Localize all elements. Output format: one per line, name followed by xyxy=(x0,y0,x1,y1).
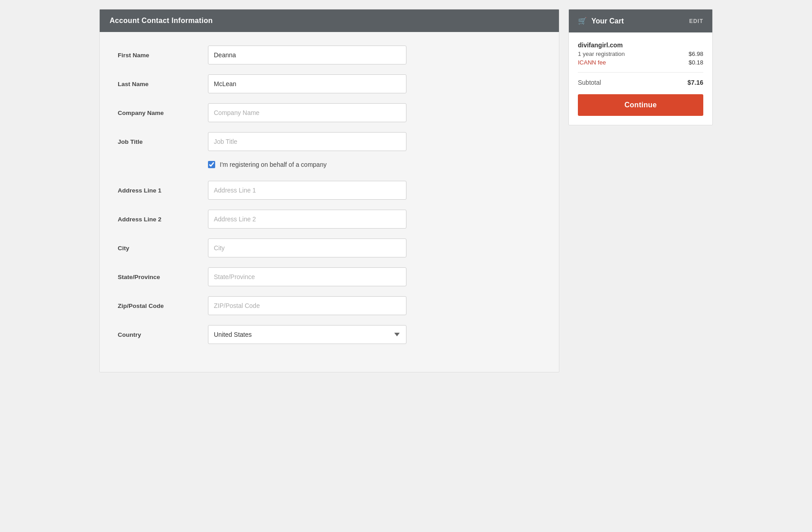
address1-row: Address Line 1 xyxy=(118,181,541,200)
state-row: State/Province xyxy=(118,267,541,286)
last-name-input[interactable] xyxy=(208,74,406,93)
cart-subtotal-label: Subtotal xyxy=(578,79,601,86)
continue-button[interactable]: Continue xyxy=(578,94,703,116)
form-panel-title: Account Contact Information xyxy=(110,17,213,24)
cart-header: 🛒 Your Cart EDIT xyxy=(569,9,712,32)
zip-label: Zip/Postal Code xyxy=(118,303,208,309)
country-row: Country United States Canada United King… xyxy=(118,325,541,344)
last-name-label: Last Name xyxy=(118,81,208,87)
main-form-panel: Account Contact Information First Name L… xyxy=(99,9,559,372)
cart-panel: 🛒 Your Cart EDIT divifangirl.com 1 year … xyxy=(568,9,713,125)
city-input[interactable] xyxy=(208,238,406,257)
country-label: Country xyxy=(118,331,208,338)
cart-header-left: 🛒 Your Cart xyxy=(578,17,624,25)
cart-domain: divifangirl.com xyxy=(578,41,703,49)
cart-title: Your Cart xyxy=(591,17,624,25)
address2-row: Address Line 2 xyxy=(118,210,541,229)
form-panel-header: Account Contact Information xyxy=(100,9,559,32)
company-checkbox[interactable] xyxy=(208,161,215,168)
first-name-label: First Name xyxy=(118,52,208,59)
state-input[interactable] xyxy=(208,267,406,286)
job-title-input[interactable] xyxy=(208,132,406,151)
address1-input[interactable] xyxy=(208,181,406,200)
cart-divider xyxy=(578,72,703,73)
cart-body: divifangirl.com 1 year registration $6.9… xyxy=(569,32,712,125)
company-checkbox-label[interactable]: I'm registering on behalf of a company xyxy=(220,161,327,168)
last-name-row: Last Name xyxy=(118,74,541,93)
first-name-input[interactable] xyxy=(208,46,406,64)
cart-icann-label: ICANN fee xyxy=(578,59,606,66)
state-label: State/Province xyxy=(118,274,208,280)
job-title-label: Job Title xyxy=(118,138,208,145)
cart-icon: 🛒 xyxy=(578,17,587,25)
cart-subtotal-amount: $7.16 xyxy=(687,79,703,86)
city-label: City xyxy=(118,245,208,252)
cart-icann-line: ICANN fee $0.18 xyxy=(578,59,703,66)
address1-label: Address Line 1 xyxy=(118,187,208,194)
cart-subtotal-row: Subtotal $7.16 xyxy=(578,79,703,86)
cart-registration-label: 1 year registration xyxy=(578,50,625,57)
first-name-row: First Name xyxy=(118,46,541,64)
city-row: City xyxy=(118,238,541,257)
zip-row: Zip/Postal Code xyxy=(118,296,541,315)
job-title-row: Job Title xyxy=(118,132,541,151)
cart-registration-line: 1 year registration $6.98 xyxy=(578,50,703,57)
cart-registration-amount: $6.98 xyxy=(688,50,703,57)
company-checkbox-row: I'm registering on behalf of a company xyxy=(208,161,541,168)
zip-input[interactable] xyxy=(208,296,406,315)
company-name-input[interactable] xyxy=(208,103,406,122)
company-name-label: Company Name xyxy=(118,110,208,116)
cart-edit-button[interactable]: EDIT xyxy=(689,18,703,24)
cart-icann-amount: $0.18 xyxy=(688,59,703,66)
address2-input[interactable] xyxy=(208,210,406,229)
address2-label: Address Line 2 xyxy=(118,216,208,223)
company-name-row: Company Name xyxy=(118,103,541,122)
country-select[interactable]: United States Canada United Kingdom Aust… xyxy=(208,325,406,344)
